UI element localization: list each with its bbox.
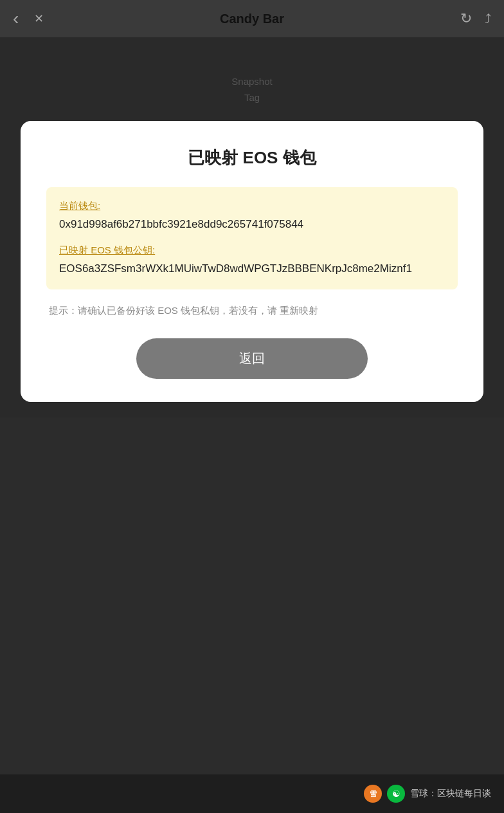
main-card: 已映射 EOS 钱包 当前钱包: 0x91d998af6b271bbfc3921…	[21, 121, 483, 402]
bg-hint-2: Tag	[244, 92, 260, 103]
watermark: 雪 ☯ 雪球：区块链每日谈	[364, 785, 491, 803]
share-icon[interactable]	[485, 12, 491, 26]
bg-hint-1: Snapshot	[231, 76, 272, 87]
watermark-logo: 雪	[364, 785, 382, 803]
nav-left	[13, 8, 44, 29]
close-icon[interactable]	[34, 12, 44, 26]
wx-icon-symbol: ☯	[392, 789, 401, 799]
watermark-name: 雪球：区块链每日谈	[410, 788, 491, 799]
wallet-label: 当前钱包:	[59, 200, 445, 212]
refresh-icon[interactable]	[460, 10, 472, 27]
watermark-wx-icon: ☯	[387, 785, 405, 803]
eos-value: EOS6a3ZSFsm3rWXk1MUiwTwD8wdWPGTJzBBBENKr…	[59, 260, 445, 277]
page-title: Candy Bar	[220, 12, 284, 26]
watermark-logo-text: 雪	[370, 789, 377, 799]
nav-bar: Candy Bar	[0, 0, 504, 37]
card-title: 已映射 EOS 钱包	[46, 147, 458, 169]
nav-right	[460, 10, 491, 27]
eos-label: 已映射 EOS 钱包公钥:	[59, 244, 445, 257]
hint-text: 提示：请确认已备份好该 EOS 钱包私钥，若没有，请 重新映射	[46, 302, 458, 319]
info-box: 当前钱包: 0x91d998af6b271bbfc3921e8dd9c26574…	[46, 187, 458, 289]
background-area: Snapshot Tag 已映射 EOS 钱包 当前钱包: 0x91d998af…	[0, 37, 504, 417]
back-icon[interactable]	[13, 8, 19, 29]
bottom-bar: 雪 ☯ 雪球：区块链每日谈	[0, 774, 504, 813]
wallet-value: 0x91d998af6b271bbfc3921e8dd9c265741f0758…	[59, 216, 445, 233]
back-button[interactable]: 返回	[136, 338, 368, 379]
